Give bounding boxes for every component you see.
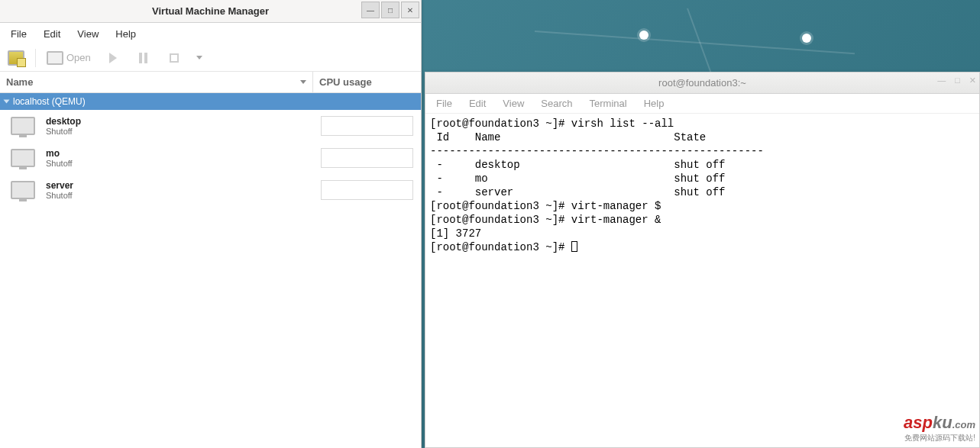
term-menu-terminal[interactable]: Terminal	[582, 95, 635, 112]
maximize-button[interactable]: □	[955, 76, 960, 85]
watermark: aspku.com 免费网站源码下载站!	[904, 413, 975, 443]
vm-monitor-icon	[11, 117, 35, 135]
terminal-line: Id Name State	[430, 131, 975, 144]
vm-monitor-icon	[11, 181, 35, 199]
column-cpu-label: CPU usage	[319, 76, 372, 88]
sort-indicator-icon	[300, 80, 306, 84]
vmm-window-controls: — □ ✕	[361, 2, 419, 18]
terminal-line: [root@foundation3 ~]# virsh list --all	[430, 117, 975, 131]
terminal-titlebar[interactable]: root@foundation3:~ — □ ✕	[425, 73, 979, 94]
term-menu-view[interactable]: View	[495, 95, 532, 112]
vmm-column-headers: Name CPU usage	[0, 72, 421, 93]
terminal-line: [root@foundation3 ~]# virt-manager $	[430, 199, 975, 213]
column-cpu[interactable]: CPU usage	[313, 72, 421, 92]
watermark-brand-a: asp	[904, 413, 933, 432]
vm-row-mo[interactable]: mo Shutoff	[0, 142, 421, 174]
vmm-title: Virtual Machine Manager	[0, 5, 421, 17]
vm-name: mo	[46, 148, 73, 159]
term-menu-help[interactable]: Help	[636, 95, 672, 112]
vm-name: desktop	[46, 116, 81, 127]
vm-name: server	[46, 180, 73, 191]
open-button[interactable]: Open	[44, 50, 94, 66]
maximize-button[interactable]: □	[381, 2, 399, 18]
expand-icon	[4, 100, 10, 104]
close-button[interactable]: ✕	[969, 76, 976, 85]
vmm-titlebar[interactable]: Virtual Machine Manager — □ ✕	[0, 0, 421, 23]
vmm-toolbar: Open	[0, 44, 421, 72]
separator	[35, 49, 36, 67]
new-vm-button[interactable]	[5, 50, 27, 66]
terminal-title: root@foundation3:~	[425, 77, 979, 89]
menu-file[interactable]: File	[3, 25, 34, 43]
vm-state: Shutoff	[46, 159, 73, 168]
vm-row-server[interactable]: server Shutoff	[0, 174, 421, 206]
terminal-cursor	[571, 241, 577, 252]
close-button[interactable]: ✕	[401, 2, 419, 18]
watermark-dotcom: .com	[953, 419, 975, 430]
cpu-sparkline	[321, 148, 413, 168]
minimize-button[interactable]: —	[361, 2, 380, 18]
terminal-line: ----------------------------------------…	[430, 144, 975, 158]
host-row[interactable]: localhost (QEMU)	[0, 93, 421, 110]
column-name[interactable]: Name	[0, 72, 313, 92]
play-icon	[109, 53, 117, 63]
vm-row-desktop[interactable]: desktop Shutoff	[0, 110, 421, 142]
column-name-label: Name	[6, 76, 33, 88]
run-button[interactable]	[102, 50, 125, 66]
terminal-line: [root@foundation3 ~]#	[430, 240, 975, 254]
menu-edit[interactable]: Edit	[36, 25, 68, 43]
shutdown-button[interactable]	[163, 50, 186, 66]
terminal-menubar: File Edit View Search Terminal Help	[425, 94, 979, 114]
vmm-menubar: File Edit View Help	[0, 23, 421, 44]
terminal-line: [root@foundation3 ~]# virt-manager &	[430, 213, 975, 227]
terminal-line: - server shut off	[430, 185, 975, 199]
terminal-line: - desktop shut off	[430, 158, 975, 172]
vm-state: Shutoff	[46, 191, 73, 200]
vm-monitor-icon	[11, 149, 35, 167]
terminal-window: root@foundation3:~ — □ ✕ File Edit View …	[425, 72, 980, 448]
term-menu-edit[interactable]: Edit	[461, 95, 493, 112]
watermark-tagline: 免费网站源码下载站!	[904, 433, 975, 443]
menu-help[interactable]: Help	[108, 25, 144, 43]
vmm-tree[interactable]: localhost (QEMU) desktop Shutoff mo Shut…	[0, 93, 421, 448]
terminal-line: [1] 3727	[430, 227, 975, 240]
chevron-down-icon	[196, 56, 202, 60]
stop-icon	[170, 53, 179, 63]
term-menu-file[interactable]: File	[429, 95, 460, 112]
monitor-icon	[47, 51, 63, 65]
shutdown-menu-button[interactable]	[193, 54, 205, 61]
open-label: Open	[66, 52, 91, 63]
term-menu-search[interactable]: Search	[533, 95, 580, 112]
terminal-window-controls: — □ ✕	[937, 76, 976, 85]
cpu-sparkline	[321, 116, 413, 136]
minimize-button[interactable]: —	[937, 76, 946, 85]
monitor-new-icon	[8, 50, 24, 66]
terminal-line: - mo shut off	[430, 172, 975, 185]
menu-view[interactable]: View	[70, 25, 106, 43]
pause-button[interactable]	[132, 50, 155, 66]
terminal-body[interactable]: [root@foundation3 ~]# virsh list --all I…	[425, 114, 979, 447]
vmm-window: Virtual Machine Manager — □ ✕ File Edit …	[0, 0, 422, 448]
vm-state: Shutoff	[46, 127, 81, 136]
watermark-brand-b: ku	[933, 413, 953, 432]
pause-icon	[139, 53, 147, 63]
host-label: localhost (QEMU)	[13, 96, 86, 107]
cpu-sparkline	[321, 180, 413, 200]
